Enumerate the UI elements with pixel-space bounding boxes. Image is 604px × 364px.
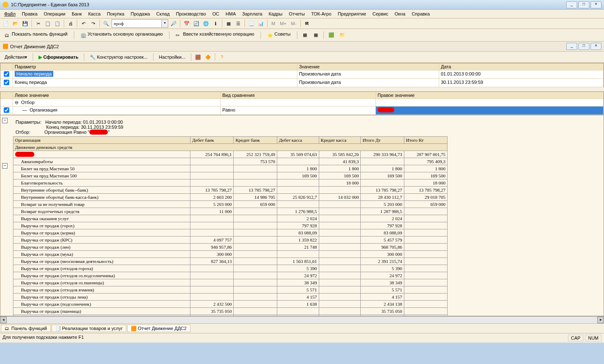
- menu-operations[interactable]: Операции: [41, 10, 68, 17]
- table-row[interactable]: Выручка от продаж (корма)83 088,0983 088…: [13, 229, 448, 237]
- table-row[interactable]: Выручка от продаж (горох)797 928797 928: [13, 222, 448, 229]
- icon-a[interactable]: 🟫: [194, 53, 202, 61]
- menu-cash[interactable]: Касса: [86, 10, 103, 17]
- table-row[interactable]: Внутренние обороты( банк-касса-банк)2 60…: [13, 194, 448, 201]
- col-left[interactable]: Левое значение: [13, 92, 221, 99]
- table-row[interactable]: Выручка от продаж (отходов оз.подсолнечн…: [13, 272, 448, 279]
- filter-row-otbor[interactable]: ⊖ Отбор: [0, 99, 604, 107]
- menu-reports[interactable]: Отчеты: [286, 10, 307, 17]
- doc-close-button[interactable]: ×: [591, 43, 601, 50]
- green-icon[interactable]: 🟩: [327, 31, 336, 39]
- chart-icon[interactable]: 📊: [257, 19, 265, 28]
- menu-nma[interactable]: НМА: [223, 10, 238, 17]
- col-date[interactable]: Дата: [439, 63, 604, 70]
- memory-m[interactable]: M: [270, 19, 277, 28]
- table-row[interactable]: Выручка от продаж (подсолнечник)2 432 50…: [13, 301, 448, 308]
- menu-warehouse[interactable]: Склад: [154, 10, 172, 17]
- table-row[interactable]: Благотворительность18 00018 000: [13, 179, 448, 187]
- table-row[interactable]: Возврат подотчетных средств11 0001 276 9…: [13, 208, 448, 215]
- table-row[interactable]: Выручка от продаж (мука)300 000300 000: [13, 251, 448, 258]
- end-check[interactable]: [4, 80, 9, 85]
- col-right[interactable]: Правое значение: [376, 92, 604, 99]
- menu-tokagro[interactable]: ТОК-Агро: [309, 10, 334, 17]
- menu-file[interactable]: Файл: [2, 10, 18, 17]
- table-row[interactable]: Внутренние обороты( банк--банк)13 785 79…: [13, 187, 448, 194]
- col-cr-bank[interactable]: Кредит банк: [234, 137, 277, 144]
- settings-button[interactable]: Настройки...: [156, 53, 188, 61]
- tips-button[interactable]: ⭐Советы: [264, 30, 293, 40]
- cut-icon[interactable]: ✂: [34, 19, 42, 28]
- save-icon[interactable]: 💾: [21, 19, 29, 28]
- actions-button[interactable]: Действия ▾: [2, 53, 30, 61]
- search-combo[interactable]: ▾: [112, 19, 168, 28]
- doc-min-button[interactable]: _: [566, 43, 577, 50]
- tab-realiz[interactable]: 📑Реализации товаров и услуг: [52, 325, 126, 332]
- chevron-down-icon[interactable]: ▾: [162, 19, 168, 28]
- minimize-button[interactable]: _: [566, 1, 577, 8]
- new-icon[interactable]: 📄: [2, 19, 10, 28]
- table-row[interactable]: Выручка от продаж (отходов ячменя)5 5715…: [13, 286, 448, 294]
- find-icon[interactable]: 🔎: [169, 19, 178, 28]
- memory-mminus[interactable]: M-: [289, 19, 298, 28]
- restore-button[interactable]: □: [578, 1, 589, 8]
- collapse-icon[interactable]: ⊖: [15, 100, 18, 105]
- menu-service[interactable]: Сервис: [370, 10, 391, 17]
- param-row-end[interactable]: Конец периода Произвольная дата 30.11.20…: [0, 79, 604, 87]
- close-button[interactable]: ×: [591, 1, 601, 8]
- col-total-dt[interactable]: Итого Дт: [361, 137, 404, 144]
- menu-production[interactable]: Производство: [173, 10, 208, 17]
- table-row[interactable]: Билет на пруд Мастепан 501 8001 8001 800…: [13, 165, 448, 172]
- col-cr-cash[interactable]: Кредит касса: [319, 137, 361, 144]
- tab-panel[interactable]: 🗂Панель функций: [1, 325, 51, 332]
- table-row[interactable]: Выручка от продаж (отходов гороха)5 3905…: [13, 265, 448, 272]
- paste-icon[interactable]: 📋: [53, 19, 62, 28]
- show-panel-button[interactable]: 🗂Показать панель функций: [2, 30, 70, 40]
- table-row[interactable]: Возврат за не полученный товар5 203 0006…: [13, 201, 448, 208]
- copy-icon[interactable]: 📋: [44, 19, 52, 28]
- calc-icon[interactable]: 📅: [182, 19, 191, 28]
- col-param[interactable]: Параметр: [13, 63, 297, 70]
- help-icon[interactable]: ?: [218, 53, 226, 61]
- globe-icon[interactable]: 🌐: [202, 19, 210, 28]
- col-value[interactable]: Значение: [297, 63, 439, 70]
- form-button[interactable]: ▶Сформировать: [36, 53, 81, 61]
- filter-row-org[interactable]: — Организация Равно: [0, 107, 604, 115]
- info-icon[interactable]: ℹ: [211, 19, 220, 28]
- menu-hr[interactable]: Кадры: [266, 10, 285, 17]
- table-row[interactable]: Билет на пруд Мастепан 500169 500169 500…: [13, 172, 448, 179]
- search-input[interactable]: [112, 19, 162, 28]
- list-icon[interactable]: ☰: [234, 19, 242, 28]
- doc-icon[interactable]: 📃: [247, 19, 255, 28]
- col-db-cash[interactable]: Дебет касса: [277, 137, 319, 144]
- table-row[interactable]: Выручка от продаж (отходов оз.пшеницы)38…: [13, 279, 448, 286]
- redo-icon[interactable]: ↷: [89, 19, 97, 28]
- table-row[interactable]: Выручка оказания услуг2 0242 024: [13, 215, 448, 222]
- doc-max-button[interactable]: □: [578, 43, 589, 50]
- menu-salary[interactable]: Зарплата: [240, 10, 265, 17]
- menu-windows[interactable]: Окна: [392, 10, 408, 17]
- table-row[interactable]: Выручка от продаж (отходы лена)4 1574 15…: [13, 294, 448, 301]
- table-row[interactable]: Авиахимработы753 57041 839,3795 409,3: [13, 158, 448, 165]
- table-row[interactable]: Выручка от продаж (КРС)4 097 7571 359 82…: [13, 237, 448, 244]
- print-icon[interactable]: 🖨: [66, 19, 75, 28]
- grid2-icon[interactable]: ▦: [312, 31, 320, 39]
- col-total-kt[interactable]: Итого Кт: [404, 137, 447, 144]
- scroll-left-icon[interactable]: ◂: [0, 317, 7, 323]
- table-row[interactable]: Выручка от продаж (рапс)2 375,54 3956 77…: [13, 315, 448, 317]
- search-icon[interactable]: 🔍: [102, 19, 110, 28]
- collapse-btn-2[interactable]: −: [2, 163, 8, 169]
- refresh-icon[interactable]: 🔄: [192, 19, 200, 28]
- param-row-start[interactable]: Начало периода Произвольная дата 01.01.2…: [0, 70, 604, 79]
- org-check[interactable]: [4, 107, 9, 113]
- menu-edit[interactable]: Правка: [19, 10, 40, 17]
- start-check[interactable]: [4, 71, 9, 77]
- h-scrollbar[interactable]: ◂ ▸: [0, 316, 604, 323]
- menu-bank[interactable]: Банк: [69, 10, 84, 17]
- menu-sale[interactable]: Продажа: [128, 10, 153, 17]
- report-area[interactable]: − − Параметры: Начало периода: 01.01.201…: [0, 115, 604, 316]
- collapse-btn-1[interactable]: −: [2, 118, 8, 123]
- table-icon[interactable]: ▦: [224, 19, 233, 28]
- menu-os[interactable]: ОС: [210, 10, 222, 17]
- col-db-bank[interactable]: Дебет банк: [190, 137, 234, 144]
- open-icon[interactable]: 📂: [11, 19, 20, 28]
